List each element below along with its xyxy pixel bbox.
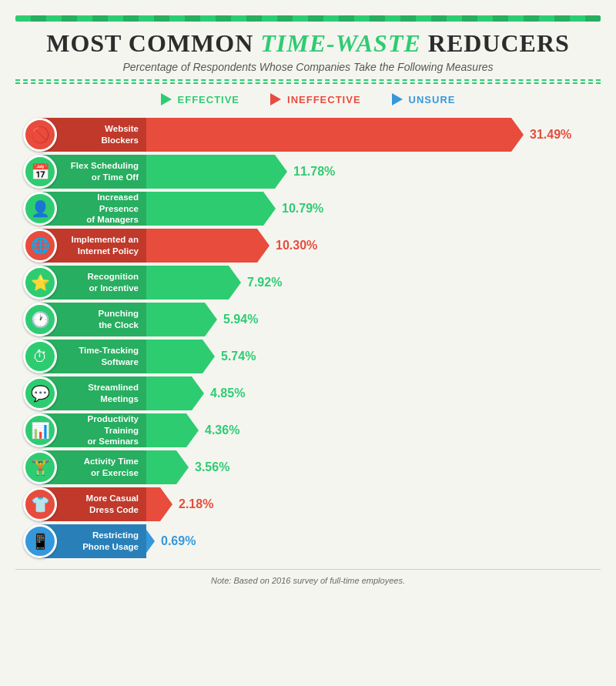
recognition-percent: 7.92% xyxy=(247,276,282,289)
time-tracking-icon: ⏱ xyxy=(23,340,57,373)
legend-ineffective: INEFFECTIVE xyxy=(270,93,361,105)
bar-row-productivity-training: 📊Productivity Training or Seminars4.36% xyxy=(23,413,593,447)
bar-row-increased-presence: 👤Increased Presence of Managers10.79% xyxy=(23,192,593,226)
punching-clock-bar xyxy=(146,303,217,336)
legend-ineffective-label: INEFFECTIVE xyxy=(287,94,361,105)
legend-unsure: UNSURE xyxy=(392,93,456,105)
website-blockers-label: Website Blockers xyxy=(101,123,139,146)
restricting-phone-percent: 0.69% xyxy=(161,534,196,548)
footnote: Note: Based on 2016 survey of full-time … xyxy=(15,569,601,585)
decorative-border xyxy=(15,79,601,84)
punching-clock-icon: 🕐 xyxy=(23,303,57,336)
increased-presence-label: Increased Presence of Managers xyxy=(60,192,139,226)
internet-policy-bar xyxy=(146,229,270,263)
title-part1: Most Common xyxy=(46,29,260,57)
casual-dress-bar xyxy=(146,487,172,521)
legend-effective: EFFECTIVE xyxy=(161,93,240,105)
restricting-phone-bar xyxy=(146,524,155,558)
productivity-training-icon: 📊 xyxy=(23,413,57,447)
flex-scheduling-icon: 📅 xyxy=(23,155,57,189)
top-border-decoration xyxy=(15,15,601,22)
bar-row-punching-clock: 🕐Punching the Clock5.94% xyxy=(23,303,593,336)
punching-clock-percent: 5.94% xyxy=(223,313,258,326)
internet-policy-icon: 🌐 xyxy=(23,229,57,263)
streamlined-meetings-label: Streamlined Meetings xyxy=(88,382,139,405)
bar-row-recognition: ⭐Recognition or Incentive7.92% xyxy=(23,266,593,299)
restricting-phone-label: Restricting Phone Usage xyxy=(82,530,139,553)
bar-row-time-tracking: ⏱Time-Tracking Software5.74% xyxy=(23,340,593,373)
casual-dress-icon: 👕 xyxy=(23,487,57,521)
page-title: Most Common Time-Waste Reducers xyxy=(15,29,601,58)
bar-row-internet-policy: 🌐Implemented an Internet Policy10.30% xyxy=(23,229,593,263)
streamlined-meetings-bar xyxy=(146,376,204,410)
chart-subtitle: Percentage of Respondents Whose Companie… xyxy=(15,61,601,73)
legend-effective-label: EFFECTIVE xyxy=(178,94,240,105)
website-blockers-icon: 🚫 xyxy=(23,118,57,152)
bar-row-restricting-phone: 📱Restricting Phone Usage0.69% xyxy=(23,524,593,558)
flex-scheduling-percent: 11.78% xyxy=(293,165,335,179)
recognition-bar xyxy=(146,266,241,299)
internet-policy-label: Implemented an Internet Policy xyxy=(71,234,139,257)
bar-row-flex-scheduling: 📅Flex Scheduling or Time Off11.78% xyxy=(23,155,593,189)
effective-arrow-icon xyxy=(161,93,172,105)
legend-unsure-label: UNSURE xyxy=(409,94,456,105)
ineffective-arrow-icon xyxy=(270,93,281,105)
website-blockers-bar xyxy=(146,118,524,152)
casual-dress-label: More Casual Dress Code xyxy=(86,493,139,516)
time-tracking-percent: 5.74% xyxy=(221,350,256,363)
bar-row-website-blockers: 🚫Website Blockers31.49% xyxy=(23,118,593,152)
productivity-training-label: Productivity Training or Seminars xyxy=(60,413,139,448)
restricting-phone-icon: 📱 xyxy=(23,524,57,558)
time-tracking-label: Time-Tracking Software xyxy=(79,345,139,368)
bar-row-casual-dress: 👕More Casual Dress Code2.18% xyxy=(23,487,593,521)
productivity-training-percent: 4.36% xyxy=(205,423,239,437)
unsure-arrow-icon xyxy=(392,93,403,105)
title-part2: Reducers xyxy=(421,29,570,57)
productivity-training-bar xyxy=(146,413,199,447)
title-highlight: Time-Waste xyxy=(260,29,421,57)
increased-presence-icon: 👤 xyxy=(23,192,57,226)
activity-exercise-label: Activity Time or Exercise xyxy=(84,456,139,479)
activity-exercise-icon: 🏋 xyxy=(23,450,57,484)
flex-scheduling-label: Flex Scheduling or Time Off xyxy=(71,160,139,183)
website-blockers-percent: 31.49% xyxy=(530,128,571,142)
legend: EFFECTIVE INEFFECTIVE UNSURE xyxy=(15,93,601,105)
streamlined-meetings-percent: 4.85% xyxy=(210,387,245,400)
title-section: Most Common Time-Waste Reducers Percenta… xyxy=(15,29,601,73)
activity-exercise-bar xyxy=(146,450,189,484)
increased-presence-percent: 10.79% xyxy=(282,202,323,216)
increased-presence-bar xyxy=(146,192,276,226)
activity-exercise-percent: 3.56% xyxy=(195,460,229,474)
recognition-label: Recognition or Incentive xyxy=(88,271,139,294)
chart-area: 🚫Website Blockers31.49%📅Flex Scheduling … xyxy=(15,118,601,558)
punching-clock-label: Punching the Clock xyxy=(99,308,139,331)
bar-row-activity-exercise: 🏋Activity Time or Exercise3.56% xyxy=(23,450,593,484)
streamlined-meetings-icon: 💬 xyxy=(23,376,57,410)
bar-row-streamlined-meetings: 💬Streamlined Meetings4.85% xyxy=(23,376,593,410)
internet-policy-percent: 10.30% xyxy=(276,239,317,253)
time-tracking-bar xyxy=(146,340,215,373)
casual-dress-percent: 2.18% xyxy=(179,497,213,511)
page-container: Most Common Time-Waste Reducers Percenta… xyxy=(0,0,616,593)
recognition-icon: ⭐ xyxy=(23,266,57,299)
flex-scheduling-bar xyxy=(146,155,287,189)
